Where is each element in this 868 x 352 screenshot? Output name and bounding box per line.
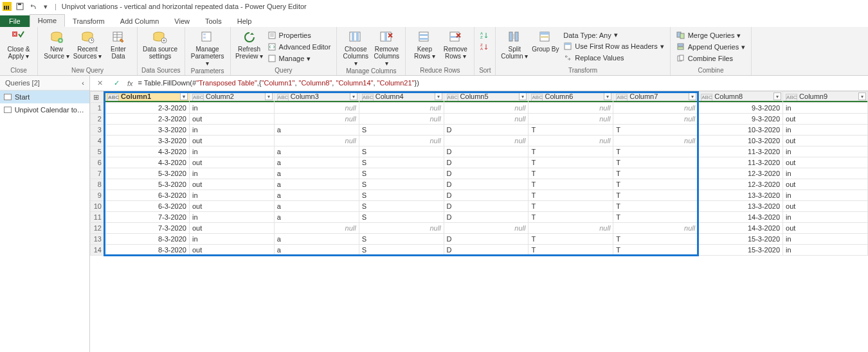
cell[interactable]: 2-3-2020	[104, 103, 189, 114]
cell[interactable]: 12-3-2020	[698, 179, 783, 190]
cell[interactable]: out	[783, 201, 868, 212]
cell[interactable]: null	[613, 114, 698, 125]
cell[interactable]: T	[529, 146, 613, 157]
cell[interactable]: a	[274, 157, 359, 168]
close-apply-button[interactable]: Close & Apply ▾	[4, 29, 33, 60]
cell[interactable]: a	[274, 168, 359, 179]
cell[interactable]: in	[783, 146, 868, 157]
first-row-headers-button[interactable]: Use First Row as Headers ▾	[561, 41, 665, 51]
cell[interactable]: in	[189, 212, 274, 223]
properties-button[interactable]: Properties	[266, 30, 333, 40]
row-index[interactable]: 5	[91, 146, 105, 157]
data-source-settings-button[interactable]: Data source settings	[141, 29, 179, 60]
cell[interactable]: 11-3-2020	[698, 157, 783, 168]
cell[interactable]: a	[274, 190, 359, 201]
cell[interactable]: T	[529, 168, 613, 179]
tab-add-column[interactable]: Add Column	[113, 15, 167, 27]
cell[interactable]: T	[613, 212, 698, 223]
merge-queries-button[interactable]: Merge Queries ▾	[674, 30, 748, 40]
column-header-column5[interactable]: ABC123Column5▾	[444, 92, 529, 103]
cell[interactable]: in	[783, 103, 868, 114]
table-row[interactable]: 12-3-2020innullnullnullnullnull9-3-2020i…	[91, 103, 868, 114]
table-row[interactable]: 22-3-2020outnullnullnullnullnull9-3-2020…	[91, 114, 868, 125]
row-index[interactable]: 12	[91, 223, 105, 234]
cell[interactable]: a	[274, 146, 359, 157]
recent-sources-button[interactable]: Recent Sources ▾	[73, 29, 102, 60]
column-filter-icon[interactable]: ▾	[689, 92, 696, 100]
table-row[interactable]: 148-3-2020outaSDTT15-3-2020in	[91, 245, 868, 256]
cell[interactable]: in	[783, 125, 868, 136]
cell[interactable]: null	[529, 114, 613, 125]
cell[interactable]: 2-3-2020	[104, 114, 189, 125]
cell[interactable]: T	[529, 179, 613, 190]
column-filter-icon[interactable]: ▾	[773, 92, 781, 100]
table-row[interactable]: 54-3-2020inaSDTT11-3-2020in	[91, 146, 868, 157]
cell[interactable]: a	[274, 179, 359, 190]
table-row[interactable]: 127-3-2020outnullnullnullnullnull14-3-20…	[91, 223, 868, 234]
cell[interactable]: in	[783, 168, 868, 179]
cell[interactable]: null	[274, 103, 359, 114]
formula-accept-icon[interactable]: ✓	[111, 78, 122, 89]
cell[interactable]: in	[783, 234, 868, 245]
cell[interactable]: null	[444, 136, 529, 146]
cell[interactable]: T	[529, 157, 613, 168]
cell[interactable]: in	[189, 190, 274, 201]
sort-asc-button[interactable]: AZ	[478, 30, 491, 40]
column-filter-icon[interactable]: ▾	[604, 92, 611, 100]
cell[interactable]: in	[189, 146, 274, 157]
cell[interactable]: T	[613, 146, 698, 157]
row-index[interactable]: 13	[91, 234, 105, 245]
cell[interactable]: T	[613, 179, 698, 190]
formula-text[interactable]: = Table.FillDown(#"Transposed Table",{"C…	[138, 79, 419, 87]
cell[interactable]: 3-3-2020	[104, 136, 189, 146]
cell[interactable]: a	[274, 245, 359, 256]
cell[interactable]: 15-3-2020	[698, 234, 783, 245]
cell[interactable]: D	[444, 179, 529, 190]
replace-values-button[interactable]: Replace Values	[561, 53, 665, 63]
row-index[interactable]: 7	[91, 168, 105, 179]
cell[interactable]: 8-3-2020	[104, 245, 189, 256]
combine-files-button[interactable]: Combine Files	[674, 53, 748, 64]
cell[interactable]: S	[359, 168, 444, 179]
table-row[interactable]: 85-3-2020outaSDTT12-3-2020out	[91, 179, 868, 190]
row-index[interactable]: 8	[91, 179, 105, 190]
refresh-preview-button[interactable]: Refresh Preview ▾	[235, 29, 264, 64]
cell[interactable]: S	[359, 234, 444, 245]
cell[interactable]: out	[189, 179, 274, 190]
cell[interactable]: D	[444, 125, 529, 136]
cell[interactable]: null	[529, 223, 613, 234]
cell[interactable]: out	[189, 157, 274, 168]
cell[interactable]: out	[189, 136, 274, 146]
row-index[interactable]: 1	[91, 103, 105, 114]
table-row[interactable]: 33-3-2020inaSDTT10-3-2020in	[91, 125, 868, 136]
undo-icon[interactable]	[28, 1, 38, 12]
cell[interactable]: 15-3-2020	[698, 245, 783, 256]
query-item-unpivot[interactable]: Unpivot Calendar to T...	[0, 103, 89, 116]
remove-rows-button[interactable]: Remove Rows ▾	[440, 29, 470, 60]
column-header-column2[interactable]: ABC123Column2▾	[189, 92, 274, 103]
cell[interactable]: D	[444, 201, 529, 212]
cell[interactable]: in	[189, 103, 274, 114]
cell[interactable]: 14-3-2020	[698, 212, 783, 223]
cell[interactable]: D	[444, 190, 529, 201]
row-index[interactable]: 3	[91, 125, 105, 136]
group-by-button[interactable]: Group By	[530, 29, 560, 63]
cell[interactable]: D	[444, 245, 529, 256]
cell[interactable]: T	[613, 201, 698, 212]
cell[interactable]: S	[359, 201, 444, 212]
column-filter-icon[interactable]: ▾	[519, 92, 527, 100]
tab-help[interactable]: Help	[230, 15, 260, 27]
cell[interactable]: null	[274, 223, 359, 234]
remove-columns-button[interactable]: Remove Columns ▾	[372, 29, 401, 67]
column-header-column7[interactable]: ABC123Column7▾	[613, 92, 698, 103]
cell[interactable]: D	[444, 157, 529, 168]
cell[interactable]: out	[189, 223, 274, 234]
cell[interactable]: T	[529, 201, 613, 212]
cell[interactable]: 11-3-2020	[698, 146, 783, 157]
collapse-queries-icon[interactable]: ‹	[82, 79, 84, 87]
cell[interactable]: 3-3-2020	[104, 125, 189, 136]
cell[interactable]: T	[613, 245, 698, 256]
table-row[interactable]: 138-3-2020inaSDTT15-3-2020in	[91, 234, 868, 245]
manage-button[interactable]: Manage ▾	[266, 53, 333, 64]
cell[interactable]: out	[189, 201, 274, 212]
